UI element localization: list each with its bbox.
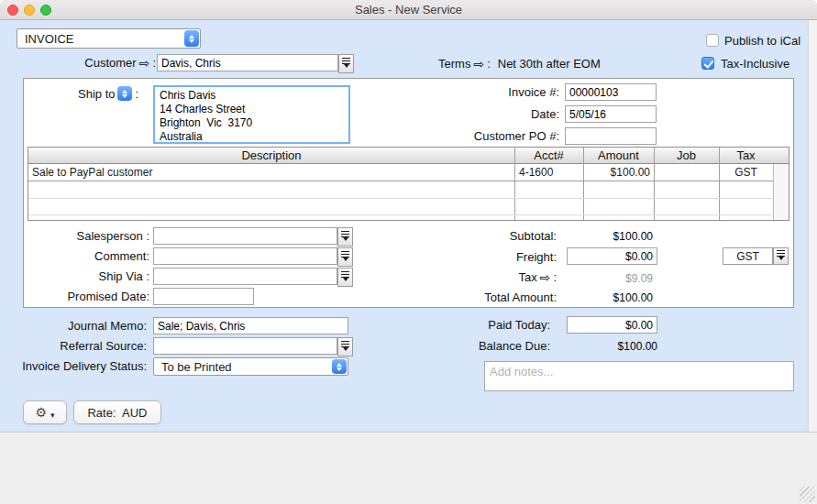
- layout-type-value: INVOICE: [17, 32, 183, 46]
- delivery-status-select[interactable]: To be Printed: [153, 357, 348, 376]
- shipto-colon: :: [135, 87, 138, 101]
- rate-button[interactable]: Rate: AUD: [73, 400, 161, 424]
- combo-list-icon: [341, 231, 349, 244]
- shipto-label-group: Ship to :: [78, 86, 138, 101]
- customer-label-group: Customer ⇨ :: [84, 56, 156, 70]
- total-amount-value: $100.00: [613, 291, 653, 304]
- customer-po-input[interactable]: [565, 127, 657, 145]
- col-header-description: Description: [28, 148, 514, 162]
- freight-tax-combo-button[interactable]: [773, 247, 789, 265]
- line-items-table: Description Acct# Amount Job Tax Sale to…: [28, 147, 789, 221]
- customer-colon: :: [152, 56, 156, 70]
- comment-input[interactable]: [153, 247, 337, 265]
- publish-ical-label: Publish to iCal: [724, 34, 800, 48]
- customer-label: Customer: [84, 56, 136, 70]
- comment-label: Comment:: [94, 249, 149, 263]
- salesperson-combo-button[interactable]: [337, 227, 353, 247]
- freight-input[interactable]: [567, 247, 657, 265]
- customer-po-label: Customer PO #:: [474, 129, 559, 143]
- comment-combo-button[interactable]: [337, 247, 353, 267]
- bottom-bar: [0, 432, 817, 504]
- tax-inclusive-label: Tax-Inclusive: [721, 57, 789, 71]
- paid-today-input[interactable]: [567, 316, 657, 334]
- freight-label: Freight:: [516, 250, 557, 264]
- combo-list-icon: [342, 58, 350, 71]
- shipto-address-textarea[interactable]: Chris Davis 14 Charles Street Brighton V…: [153, 85, 350, 144]
- col-header-job: Job: [654, 148, 719, 162]
- paid-today-label: Paid Today:: [488, 318, 550, 332]
- window-title: Sales - New Service: [0, 3, 817, 16]
- balance-due-value: $100.00: [618, 340, 657, 353]
- balance-due-label: Balance Due:: [479, 339, 550, 353]
- row-acct-cell[interactable]: 4-1600: [519, 166, 553, 179]
- ship-via-input[interactable]: [153, 268, 337, 285]
- date-label: Date:: [531, 107, 559, 121]
- popup-stepper-icon: [332, 359, 347, 374]
- tax-zoom-arrow-icon[interactable]: ⇨: [540, 271, 551, 284]
- gear-icon: ⚙: [35, 405, 47, 420]
- terms-group: Terms ⇨ : Net 30th after EOM: [438, 57, 601, 71]
- referral-source-input[interactable]: [153, 337, 337, 355]
- title-bar: Sales - New Service: [0, 0, 817, 20]
- delivery-status-label: Invoice Delivery Status:: [22, 359, 147, 373]
- tax-label: Tax: [518, 270, 536, 284]
- combo-list-icon: [777, 250, 785, 263]
- terms-value: Net 30th after EOM: [498, 57, 601, 71]
- total-amount-label: Total Amount:: [484, 290, 557, 304]
- customer-input[interactable]: [157, 54, 338, 71]
- salesperson-label: Salesperson :: [77, 229, 150, 243]
- sales-window: Sales - New Service INVOICE Publish to i…: [0, 0, 817, 504]
- combo-list-icon: [341, 271, 349, 284]
- chevron-down-icon: ▾: [50, 411, 55, 420]
- tax-inclusive-checkbox[interactable]: [701, 57, 714, 70]
- referral-source-label: Referral Source:: [60, 339, 147, 353]
- invoice-no-input[interactable]: [565, 83, 657, 101]
- journal-memo-input[interactable]: [153, 317, 348, 334]
- shipto-stepper-icon[interactable]: [117, 86, 132, 101]
- date-input[interactable]: [565, 105, 657, 123]
- tax-value: $9.09: [625, 272, 653, 285]
- table-header-row: Description Acct# Amount Job Tax: [28, 148, 789, 164]
- row-amount-cell[interactable]: $100.00: [583, 166, 650, 179]
- promised-date-label: Promised Date:: [67, 290, 149, 303]
- ship-via-combo-button[interactable]: [337, 268, 353, 287]
- subtotal-label: Subtotal:: [510, 229, 557, 243]
- terms-zoom-arrow-icon[interactable]: ⇨: [473, 58, 484, 71]
- col-header-amount: Amount: [583, 148, 654, 162]
- table-scrollbar[interactable]: [773, 164, 789, 220]
- freight-tax-code[interactable]: GST: [723, 247, 773, 265]
- window-resize-grip[interactable]: [800, 487, 815, 502]
- col-header-acct: Acct#: [514, 148, 583, 162]
- salesperson-input[interactable]: [153, 227, 337, 245]
- customer-combo-button[interactable]: [338, 54, 354, 73]
- terms-label: Terms: [438, 57, 470, 71]
- customer-zoom-arrow-icon[interactable]: ⇨: [139, 57, 150, 70]
- delivery-status-value: To be Printed: [154, 360, 331, 374]
- row-tax-cell[interactable]: GST: [719, 166, 773, 179]
- promised-date-input[interactable]: [153, 288, 254, 305]
- popup-stepper-icon: [184, 30, 199, 47]
- tax-colon: :: [553, 270, 557, 284]
- combo-list-icon: [341, 341, 349, 354]
- combo-list-icon: [341, 251, 349, 264]
- publish-ical-checkbox[interactable]: [706, 34, 719, 47]
- gear-menu-button[interactable]: ⚙ ▾: [23, 400, 67, 424]
- col-header-tax: Tax: [719, 148, 773, 162]
- invoice-no-label: Invoice #:: [508, 85, 559, 99]
- layout-type-select[interactable]: INVOICE: [17, 28, 201, 49]
- journal-memo-label: Journal Memo:: [68, 319, 147, 333]
- referral-source-combo-button[interactable]: [337, 337, 353, 356]
- shipto-label: Ship to: [78, 87, 115, 101]
- row-description-cell[interactable]: Sale to PayPal customer: [32, 166, 152, 179]
- ship-via-label: Ship Via :: [99, 269, 149, 283]
- notes-textarea[interactable]: [484, 361, 794, 391]
- subtotal-value: $100.00: [613, 230, 653, 243]
- terms-colon: :: [487, 57, 491, 71]
- tax-label-group: Tax ⇨ :: [518, 270, 557, 284]
